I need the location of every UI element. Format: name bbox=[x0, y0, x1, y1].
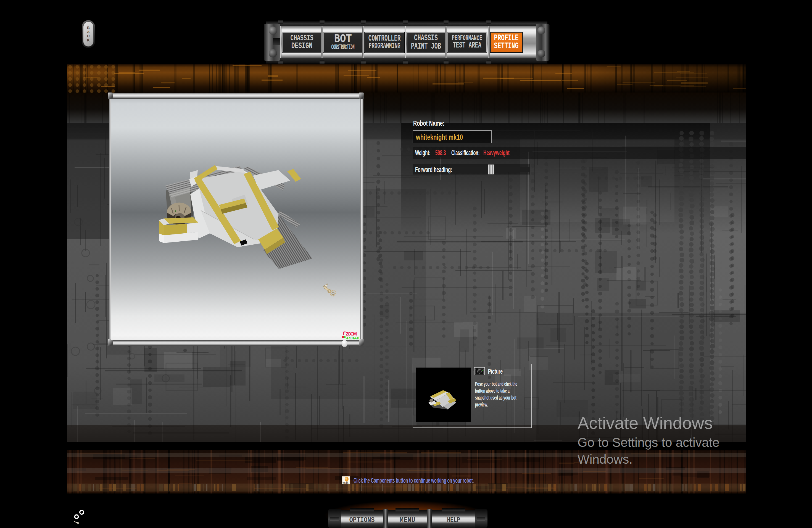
svg-text:-ROTATE: -ROTATE bbox=[346, 336, 360, 340]
svg-text:tips: tips bbox=[343, 482, 349, 484]
